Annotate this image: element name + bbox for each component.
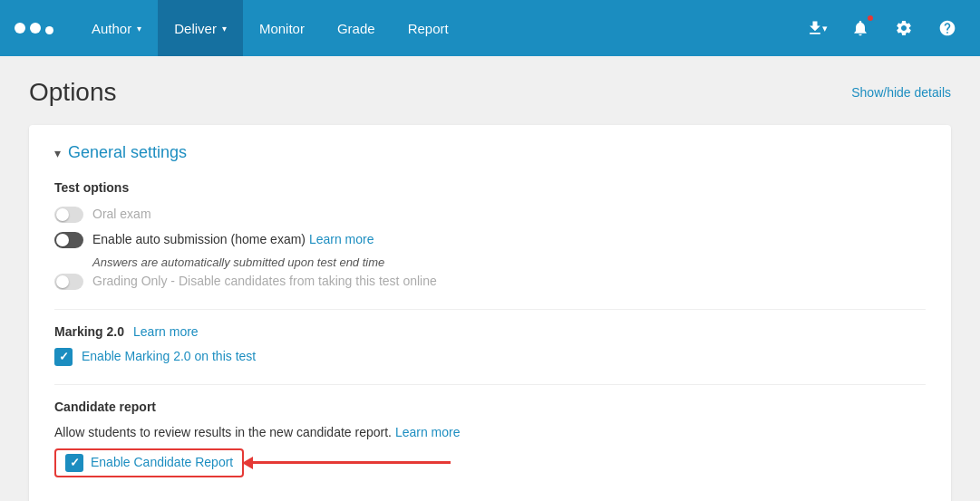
nav-item-monitor[interactable]: Monitor: [243, 0, 321, 56]
nav-items: Author ▾ Deliver ▾ Monitor Grade Report: [75, 0, 799, 56]
candidate-report-title: Candidate report: [54, 400, 926, 414]
oral-exam-label: Oral exam: [92, 206, 151, 224]
main-content: Options Show/hide details ▾ General sett…: [0, 56, 980, 501]
oral-exam-toggle-knob: [56, 208, 69, 221]
auto-submission-label: Enable auto submission (home exam) Learn…: [92, 231, 374, 249]
nav-item-deliver[interactable]: Deliver ▾: [158, 0, 243, 56]
divider-2: [54, 384, 926, 385]
top-nav: Author ▾ Deliver ▾ Monitor Grade Report …: [0, 0, 980, 56]
marking-section: Marking 2.0 Learn more ✓ Enable Marking …: [54, 324, 926, 366]
nav-label-deliver: Deliver: [174, 21, 217, 36]
show-hide-link[interactable]: Show/hide details: [851, 85, 951, 100]
marking-checkbox-row: ✓ Enable Marking 2.0 on this test: [54, 348, 926, 366]
candidate-report-row-container: ✓ Enable Candidate Report: [54, 448, 926, 477]
logo-dot-2: [30, 23, 41, 34]
test-options-title: Test options: [54, 180, 926, 195]
red-arrow-annotation: [251, 461, 451, 464]
auto-submission-learn-more[interactable]: Learn more: [309, 232, 374, 246]
notifications-button[interactable]: [842, 10, 878, 46]
grading-only-knob: [56, 275, 69, 288]
marking-checkmark-icon: ✓: [59, 350, 69, 363]
nav-item-author[interactable]: Author ▾: [75, 0, 158, 56]
nav-right-icons: ▾: [799, 10, 965, 46]
divider-1: [54, 309, 926, 310]
nav-item-grade[interactable]: Grade: [321, 0, 392, 56]
candidate-report-label: Enable Candidate Report: [91, 454, 233, 472]
upload-button[interactable]: ▾: [799, 10, 835, 46]
auto-submission-toggle[interactable]: [54, 232, 83, 248]
marking-checkbox-label: Enable Marking 2.0 on this test: [82, 348, 256, 366]
oral-exam-toggle: [54, 207, 83, 223]
candidate-report-checkmark-icon: ✓: [70, 456, 80, 469]
logo: [15, 22, 53, 34]
page-title: Options: [29, 78, 117, 107]
nav-label-grade: Grade: [337, 21, 375, 36]
nav-label-monitor: Monitor: [259, 21, 305, 36]
logo-dot-3: [45, 26, 53, 34]
grading-only-label: Grading Only - Disable candidates from t…: [92, 273, 437, 291]
nav-label-report: Report: [408, 21, 449, 36]
section-chevron-icon: ▾: [54, 146, 61, 160]
candidate-report-learn-more[interactable]: Learn more: [395, 425, 461, 439]
marking-header: Marking 2.0 Learn more: [54, 324, 926, 339]
test-options-section: Test options Oral exam Enable auto submi…: [54, 180, 926, 291]
candidate-report-checkbox[interactable]: ✓: [65, 454, 83, 472]
nav-label-author: Author: [92, 21, 131, 36]
auto-submission-sublabel: Answers are automatically submitted upon…: [92, 255, 926, 269]
settings-card: ▾ General settings Test options Oral exa…: [29, 125, 951, 501]
nav-item-report[interactable]: Report: [392, 0, 465, 56]
auto-submission-knob: [56, 234, 69, 246]
marking-checkbox[interactable]: ✓: [54, 348, 73, 366]
nav-chevron-author: ▾: [137, 24, 141, 34]
grading-only-row: Grading Only - Disable candidates from t…: [54, 273, 926, 291]
section-title: General settings: [68, 143, 187, 162]
candidate-report-highlight: ✓ Enable Candidate Report: [54, 448, 244, 477]
page-header: Options Show/hide details: [29, 78, 951, 107]
candidate-report-desc: Allow students to review results in the …: [54, 425, 926, 439]
section-header[interactable]: ▾ General settings: [54, 143, 926, 162]
auto-submission-row: Enable auto submission (home exam) Learn…: [54, 231, 926, 249]
marking-title: Marking 2.0: [54, 324, 124, 339]
notification-badge: [866, 14, 875, 23]
nav-chevron-deliver: ▾: [222, 24, 227, 34]
candidate-report-section: Candidate report Allow students to revie…: [54, 400, 926, 477]
logo-dot-1: [15, 23, 25, 34]
marking-learn-more[interactable]: Learn more: [133, 324, 199, 339]
oral-exam-row: Oral exam: [54, 206, 926, 224]
grading-only-toggle: [54, 274, 83, 290]
settings-button[interactable]: [886, 10, 922, 46]
help-button[interactable]: [929, 10, 965, 46]
